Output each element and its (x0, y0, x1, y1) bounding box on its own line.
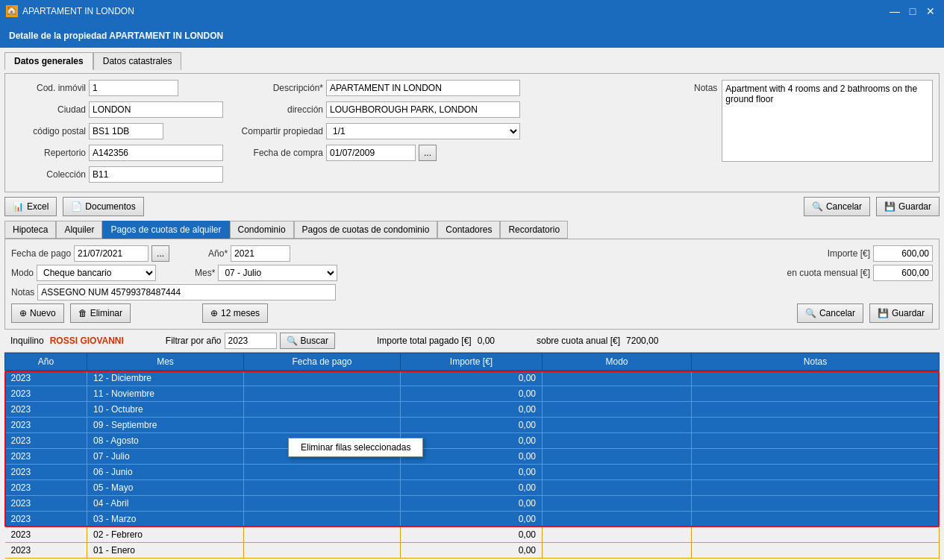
sub-tab-contadores[interactable]: Contadores (437, 221, 500, 239)
fecha-compra-picker[interactable]: ... (419, 145, 437, 161)
documentos-button[interactable]: 📄 Documentos (63, 197, 143, 216)
filtrar-label: Filtrar por año (166, 336, 222, 346)
header-fecha-pago: Fecha de pago (244, 353, 401, 371)
minimize-button[interactable]: — (887, 4, 902, 19)
table-row[interactable]: 2023 07 - Julio 0,00 (5, 449, 940, 465)
table-row[interactable]: 2023 01 - Enero 0,00 (5, 543, 940, 559)
cell-mes: 07 - Julio (87, 449, 244, 465)
table-row[interactable]: 2023 12 - Diciembre 0,00 (5, 371, 940, 386)
modo-select[interactable]: Cheque bancario (37, 265, 156, 281)
table-row[interactable]: 2023 11 - Noviembre 0,00 (5, 386, 940, 402)
close-button[interactable]: ✕ (923, 4, 938, 19)
table-row[interactable]: 2023 09 - Septiembre 0,00 (5, 418, 940, 433)
notas-textarea[interactable]: Apartment with 4 rooms and 2 bathrooms o… (722, 80, 933, 162)
ciudad-label: Ciudad (11, 104, 86, 115)
cuota-mensual-input[interactable] (873, 265, 933, 281)
header-modo: Modo (543, 353, 692, 371)
header-notas: Notas (692, 353, 940, 371)
cancelar-button-1[interactable]: 🔍 Cancelar (804, 197, 870, 216)
table-row[interactable]: 2023 03 - Marzo 0,00 (5, 512, 940, 527)
eliminar-filas-button[interactable]: Eliminar filas seleccionadas (288, 438, 423, 457)
guardar-button-1[interactable]: 💾 Guardar (876, 197, 940, 216)
cell-mes: 04 - Abril (87, 496, 244, 512)
fecha-pago-picker[interactable]: ... (151, 245, 169, 262)
cell-modo (543, 418, 692, 433)
doce-icon: ⊕ (210, 308, 218, 318)
fecha-pago-input[interactable] (74, 245, 149, 262)
nuevo-button[interactable]: ⊕ Nuevo (11, 303, 64, 323)
excel-button[interactable]: 📊 Excel (4, 197, 57, 216)
cod-input[interactable] (89, 80, 178, 96)
header-importe: Importe [€] (401, 353, 543, 371)
cell-mes: 09 - Septiembre (87, 418, 244, 433)
table-row[interactable]: 2023 05 - Mayo 0,00 (5, 480, 940, 496)
table-row[interactable]: 2023 10 - Octubre 0,00 (5, 402, 940, 418)
ciudad-input[interactable] (89, 101, 223, 118)
cuota-anual-group: sobre cuota anual [€] 7200,00 (537, 336, 658, 346)
payment-row-3: Notas (11, 284, 933, 301)
buscar-icon: 🔍 (287, 336, 298, 346)
sub-tab-alquiler[interactable]: Alquiler (56, 221, 102, 239)
page-title: Detalle de la propiedad APARTAMENT IN LO… (9, 31, 223, 41)
cell-fecha-pago (244, 402, 401, 418)
cell-fecha-pago (244, 543, 401, 559)
cell-anio: 2023 (5, 386, 87, 402)
app-icon: 🏠 (6, 5, 18, 17)
importe-input[interactable] (873, 245, 933, 262)
cell-notas (692, 465, 940, 480)
cell-notas (692, 449, 940, 465)
cell-notas (692, 496, 940, 512)
direccion-input[interactable] (326, 101, 520, 118)
cuota-anual-value: 7200,00 (626, 336, 658, 346)
table-row[interactable]: 2023 06 - Junio 0,00 (5, 465, 940, 480)
cell-modo (543, 433, 692, 449)
doce-meses-button[interactable]: ⊕ 12 meses (202, 303, 268, 323)
top-tabs: Datos generales Datos catastrales (4, 52, 940, 70)
buscar-button[interactable]: 🔍 Buscar (280, 333, 335, 349)
fecha-compra-row: Fecha de compra ... (234, 145, 688, 161)
anio-input[interactable] (231, 245, 290, 262)
guardar-icon-1: 💾 (884, 201, 895, 212)
cell-modo (543, 449, 692, 465)
repertorio-input[interactable] (89, 145, 223, 161)
cp-label: código postal (11, 126, 86, 136)
filtrar-input[interactable] (225, 333, 277, 349)
importe-group: Importe [€] (828, 245, 933, 262)
guardar-button-2[interactable]: 💾 Guardar (869, 303, 933, 323)
cell-importe: 0,00 (401, 512, 543, 527)
coleccion-input[interactable] (89, 166, 223, 183)
cell-fecha-pago (244, 512, 401, 527)
cp-input[interactable] (89, 123, 163, 139)
cod-label: Cod. inmóvil (11, 83, 86, 93)
table-row[interactable]: 2023 04 - Abril 0,00 (5, 496, 940, 512)
cell-anio: 2023 (5, 543, 87, 559)
anio-label: Año* (208, 248, 228, 259)
sub-tab-recordatorio[interactable]: Recordatorio (500, 221, 568, 239)
tab-datos-generales[interactable]: Datos generales (4, 52, 93, 70)
payment-row-1: Fecha de pago ... Año* Importe [€] (11, 245, 933, 262)
table-row[interactable]: 2023 08 - Agosto 0,00 (5, 433, 940, 449)
cell-modo (543, 386, 692, 402)
maximize-button[interactable]: □ (905, 4, 920, 19)
header-mes: Mes (87, 353, 244, 371)
cell-notas (692, 543, 940, 559)
sub-tab-pagos-alquiler[interactable]: Pagos de cuotas de alquiler (102, 221, 229, 239)
cell-mes: 05 - Mayo (87, 480, 244, 496)
notas-pago-input[interactable] (37, 284, 336, 301)
cp-row: código postal (11, 123, 228, 139)
cell-mes: 11 - Noviembre (87, 386, 244, 402)
sub-tab-condominio[interactable]: Condominio (230, 221, 294, 239)
eliminar-button[interactable]: 🗑 Eliminar (70, 303, 131, 323)
importe-label: Importe [€] (828, 248, 870, 259)
mes-select[interactable]: 07 - Julio (218, 265, 337, 281)
cancelar-button-2[interactable]: 🔍 Cancelar (797, 303, 863, 323)
sub-tab-pagos-condominio[interactable]: Pagos de cuotas de condominio (294, 221, 438, 239)
sub-tab-hipoteca[interactable]: Hipoteca (4, 221, 56, 239)
descripcion-input[interactable] (326, 80, 520, 96)
cell-notas (692, 512, 940, 527)
tab-datos-catastrales[interactable]: Datos catastrales (93, 52, 182, 70)
payment-area: Fecha de pago ... Año* Importe [€] Modo … (4, 239, 940, 330)
fecha-compra-input[interactable] (326, 145, 416, 161)
table-row[interactable]: 2023 02 - Febrero 0,00 (5, 527, 940, 543)
compartir-select[interactable]: 1/1 (326, 123, 520, 139)
